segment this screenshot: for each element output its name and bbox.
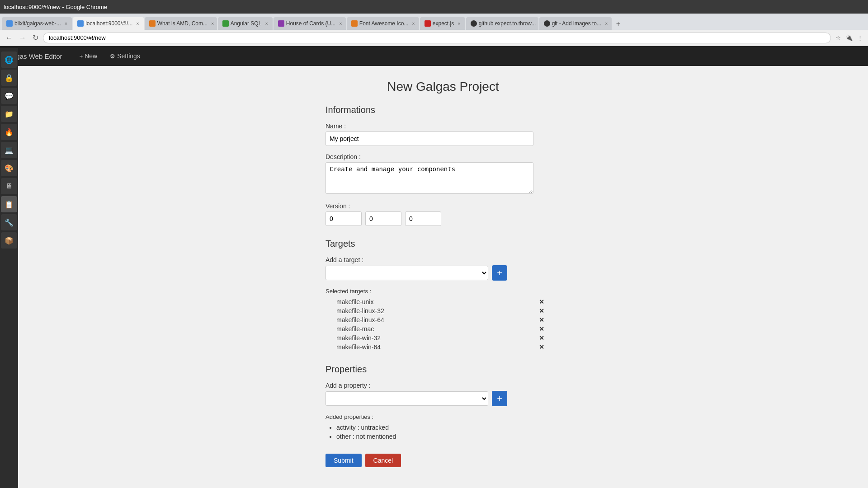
properties-list: activity : untracked other : not mention…: [326, 423, 561, 441]
tab-label-5: Font Awesome Ico...: [359, 20, 409, 27]
tab-label-8: git - Add images to...: [552, 20, 601, 27]
target-list: makefile-unix ✕ makefile-linux-32 ✕ make…: [326, 297, 561, 352]
version-minor-input[interactable]: [365, 211, 401, 226]
tab-close-8[interactable]: ×: [605, 21, 608, 26]
reload-button[interactable]: ↻: [31, 33, 40, 43]
target-name-4: makefile-win-32: [336, 334, 381, 342]
page-title: New Galgas Project: [326, 80, 561, 94]
tab-close-6[interactable]: ×: [458, 21, 460, 26]
targets-section: Targets Add a target : makefile-unix mak…: [326, 239, 561, 352]
sidebar-icon-3[interactable]: 📁: [1, 106, 17, 122]
sidebar-icon-0[interactable]: 🌐: [1, 52, 17, 68]
content-wrapper: New Galgas Project Informations Name : D…: [326, 80, 561, 467]
add-target-label: Add a target :: [326, 256, 561, 263]
name-group: Name :: [326, 122, 561, 146]
new-tab-button[interactable]: +: [613, 18, 624, 30]
tab-label-6: expect.js: [433, 20, 454, 27]
tab-close-1[interactable]: ×: [136, 21, 139, 26]
target-item-0: makefile-unix ✕: [336, 297, 544, 306]
property-select[interactable]: activity other: [326, 391, 488, 406]
app-navbar: Galgas Web Editor + New ⚙ Settings: [0, 46, 868, 66]
tab-close-2[interactable]: ×: [211, 21, 214, 26]
added-properties-label: Added properties :: [326, 413, 561, 420]
added-properties-group: Added properties : activity : untracked …: [326, 413, 561, 441]
tab-label-0: blixit/galgas-web-...: [14, 20, 61, 27]
forward-button[interactable]: →: [17, 33, 28, 43]
description-group: Description : Create and manage your com…: [326, 153, 561, 195]
remove-target-0[interactable]: ✕: [539, 298, 544, 305]
name-input[interactable]: [326, 131, 533, 146]
remove-target-3[interactable]: ✕: [539, 325, 544, 333]
remove-target-1[interactable]: ✕: [539, 307, 544, 314]
sidebar-icon-5[interactable]: 💻: [1, 142, 17, 158]
sidebar-icon-10[interactable]: 📦: [1, 232, 17, 249]
menu-icon[interactable]: ⋮: [855, 33, 864, 42]
target-item-3: makefile-mac ✕: [336, 324, 544, 333]
target-name-5: makefile-win-64: [336, 343, 381, 351]
description-label: Description :: [326, 153, 561, 160]
targets-title: Targets: [326, 239, 561, 249]
version-patch-input[interactable]: [405, 211, 441, 226]
back-button[interactable]: ←: [4, 33, 14, 43]
nav-settings-label: Settings: [117, 52, 140, 60]
address-input[interactable]: [43, 33, 831, 43]
target-row: makefile-unix makefile-linux-32 makefile…: [326, 265, 561, 281]
add-target-button[interactable]: +: [492, 265, 507, 281]
sidebar-icon-7[interactable]: 🖥: [1, 178, 17, 194]
version-group: Version :: [326, 202, 561, 226]
sidebar-icon-2[interactable]: 💬: [1, 88, 17, 104]
tab-2[interactable]: What is AMD, Com... ×: [145, 17, 217, 30]
tab-6[interactable]: expect.js ×: [420, 17, 465, 30]
cancel-button[interactable]: Cancel: [365, 454, 401, 467]
description-input[interactable]: Create and manage your components: [326, 162, 533, 194]
sidebar: 🌐 🔒 💬 📁 🔥 💻 🎨 🖥 📋 🔧 📦: [0, 48, 18, 488]
nav-new-label: New: [85, 52, 97, 60]
property-item-0: activity : untracked: [336, 423, 561, 432]
tab-favicon-7: [471, 20, 477, 27]
tab-5[interactable]: Font Awesome Ico... ×: [347, 17, 419, 30]
target-select[interactable]: makefile-unix makefile-linux-32 makefile…: [326, 266, 488, 280]
sidebar-icon-9[interactable]: 🔧: [1, 214, 17, 230]
tab-0[interactable]: blixit/galgas-web-... ×: [2, 17, 72, 30]
tab-7[interactable]: github expect.to.throw... ×: [466, 17, 538, 30]
add-property-button[interactable]: +: [492, 391, 507, 406]
address-icons: ☆ 🔌 ⋮: [834, 33, 864, 42]
target-item-4: makefile-win-32 ✕: [336, 333, 544, 343]
tab-close-3[interactable]: ×: [265, 21, 268, 26]
target-name-2: makefile-linux-64: [336, 316, 384, 324]
tab-label-2: What is AMD, Com...: [157, 20, 208, 27]
tab-favicon-8: [544, 20, 550, 27]
sidebar-icon-6[interactable]: 🎨: [1, 160, 17, 176]
selected-targets-label: Selected targets :: [326, 288, 561, 295]
tab-favicon-1: [77, 20, 84, 27]
version-inputs: [326, 211, 561, 226]
tab-favicon-2: [149, 20, 156, 27]
tab-close-4[interactable]: ×: [339, 21, 342, 26]
tab-close-0[interactable]: ×: [65, 21, 67, 26]
sidebar-icon-1[interactable]: 🔒: [1, 70, 17, 86]
tab-favicon-5: [351, 20, 358, 27]
tab-8[interactable]: git - Add images to... ×: [539, 17, 612, 30]
target-name-0: makefile-unix: [336, 298, 373, 305]
sidebar-icon-8[interactable]: 📋: [1, 196, 17, 212]
version-major-input[interactable]: [326, 211, 362, 226]
sidebar-icon-4[interactable]: 🔥: [1, 124, 17, 140]
nav-settings[interactable]: ⚙ Settings: [104, 46, 146, 66]
tab-1[interactable]: localhost:9000/#!/... ×: [73, 17, 144, 30]
extension-icon[interactable]: 🔌: [844, 33, 854, 42]
tab-close-5[interactable]: ×: [412, 21, 415, 26]
tab-favicon-6: [425, 20, 431, 27]
tab-3[interactable]: Angular SQL ×: [218, 17, 273, 30]
submit-button[interactable]: Submit: [326, 454, 362, 467]
properties-title: Properties: [326, 364, 561, 375]
remove-target-4[interactable]: ✕: [539, 334, 544, 342]
selected-targets-group: Selected targets : makefile-unix ✕ makef…: [326, 288, 561, 352]
gear-icon: ⚙: [110, 53, 115, 60]
main-content: New Galgas Project Informations Name : D…: [18, 66, 868, 488]
target-item-5: makefile-win-64 ✕: [336, 343, 544, 352]
remove-target-2[interactable]: ✕: [539, 316, 544, 324]
tab-4[interactable]: House of Cards (U... ×: [274, 17, 346, 30]
remove-target-5[interactable]: ✕: [539, 343, 544, 351]
bookmark-icon[interactable]: ☆: [834, 33, 843, 42]
nav-new[interactable]: + New: [73, 46, 104, 66]
